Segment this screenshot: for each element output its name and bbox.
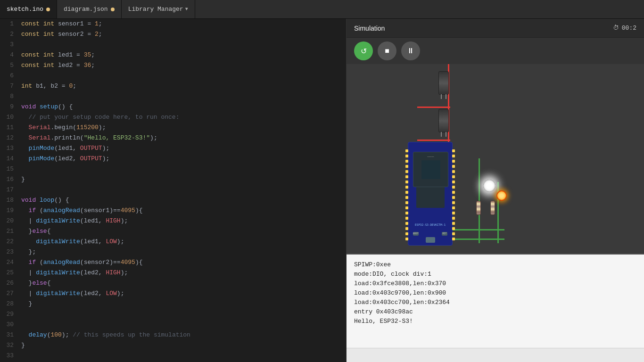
line-number: 17 xyxy=(0,185,21,195)
pins-right xyxy=(452,149,455,240)
code-line: 16} xyxy=(0,174,346,185)
photoresistor-1 xyxy=(438,71,449,95)
code-line: 14 pinMode(led2, OUTPUT); xyxy=(0,154,346,164)
code-line: 25 | digitalWrite(led2, HIGH); xyxy=(0,268,346,278)
tab-library[interactable]: Library Manager ▼ xyxy=(122,0,195,18)
line-number: 1 xyxy=(0,19,21,29)
code-line: 7int b1, b2 = 0; xyxy=(0,81,346,91)
code-line: 24 if (analogRead(sensor2)==4095){ xyxy=(0,257,346,268)
line-content: if (analogRead(sensor2)==4095){ xyxy=(21,257,143,268)
line-number: 28 xyxy=(0,299,21,309)
line-number: 33 xyxy=(0,351,21,361)
line-number: 3 xyxy=(0,40,21,50)
console-line: SPIWP:0xee xyxy=(354,260,636,270)
resistor-1 xyxy=(476,201,481,215)
console-line: load:0x3fce3808,len:0x370 xyxy=(354,279,636,288)
led-orange xyxy=(496,190,507,201)
code-line: 33 xyxy=(0,351,346,361)
line-content: } xyxy=(21,174,25,185)
line-content xyxy=(21,71,25,81)
line-content: } xyxy=(21,299,32,309)
line-content: const int led2 = 36; xyxy=(21,60,95,71)
line-number: 19 xyxy=(0,206,21,216)
line-content: void loop() { xyxy=(21,195,69,206)
line-number: 20 xyxy=(0,216,21,226)
sim-timer: ⏱ 00:2 xyxy=(613,25,636,32)
code-line: 23 }; xyxy=(0,247,346,257)
tab-library-arrow: ▼ xyxy=(185,7,188,12)
wire-green-h1 xyxy=(448,229,504,230)
code-area[interactable]: 1const int sensor1 = 1;2const int sensor… xyxy=(0,19,346,362)
main-area: 1const int sensor1 = 1;2const int sensor… xyxy=(0,19,644,362)
tab-bar: sketch.ino diagram.json Library Manager … xyxy=(0,0,644,19)
code-line: 1const int sensor1 = 1; xyxy=(0,19,346,29)
code-line: 21 }else{ xyxy=(0,226,346,237)
restart-button[interactable]: ↺ xyxy=(354,41,373,60)
circuit-viewport[interactable]: ╌╌╌ ESP32-S3-DEVKITM-1 BOOT RST xyxy=(347,64,644,254)
console-line: load:0x403cc700,len:0x2364 xyxy=(354,298,636,307)
code-line: 17 xyxy=(0,185,346,195)
line-number: 22 xyxy=(0,237,21,247)
line-content: } xyxy=(21,340,25,351)
line-content: }else{ xyxy=(21,226,50,237)
line-content: void setup() { xyxy=(21,102,73,112)
line-content: // put your setup code here, to run once… xyxy=(21,112,179,123)
esp32-board: ╌╌╌ ESP32-S3-DEVKITM-1 BOOT RST xyxy=(408,142,453,246)
code-line: 19 if (analogRead(sensor1)==4095){ xyxy=(0,206,346,216)
code-line: 30 xyxy=(0,320,346,330)
line-content: delay(100); // this speeds up the simula… xyxy=(21,330,190,340)
wire-red-h2 xyxy=(417,140,450,141)
line-content xyxy=(21,185,25,195)
line-content: pinMode(led2, OUTPUT); xyxy=(21,154,109,164)
code-line: 15 xyxy=(0,164,346,174)
line-number: 13 xyxy=(0,143,21,154)
sim-timer-value: 00:2 xyxy=(622,25,636,32)
line-number: 7 xyxy=(0,81,21,91)
line-content: | digitalWrite(led2, LOW); xyxy=(21,288,124,299)
code-line: 18void loop() { xyxy=(0,195,346,206)
line-number: 15 xyxy=(0,164,21,174)
code-line: 3 xyxy=(0,40,346,50)
tab-diagram-modified-dot xyxy=(111,8,115,11)
tab-sketch[interactable]: sketch.ino xyxy=(0,0,57,18)
sim-header: Simulation ⏱ 00:2 xyxy=(347,19,644,38)
line-number: 24 xyxy=(0,257,21,268)
line-number: 12 xyxy=(0,133,21,143)
line-number: 10 xyxy=(0,112,21,123)
line-content: Serial.begin(115200); xyxy=(21,123,106,133)
stop-button[interactable]: ■ xyxy=(378,41,396,60)
line-number: 29 xyxy=(0,309,21,320)
line-content xyxy=(21,40,25,50)
pins-left xyxy=(405,149,408,240)
line-number: 11 xyxy=(0,123,21,133)
line-content: | digitalWrite(led1, HIGH); xyxy=(21,216,128,226)
line-content xyxy=(21,320,25,330)
line-content xyxy=(21,164,25,174)
line-number: 5 xyxy=(0,60,21,71)
line-number: 32 xyxy=(0,340,21,351)
photoresistor-2 xyxy=(438,109,449,132)
line-content: Serial.println("Hello, ESP32-S3!"); xyxy=(21,133,157,143)
line-number: 18 xyxy=(0,195,21,206)
line-content: pinMode(led1, OUTPUT); xyxy=(21,143,109,154)
console-line: entry 0x403c98ac xyxy=(354,307,636,317)
code-line: 5const int led2 = 36; xyxy=(0,60,346,71)
line-content: | digitalWrite(led2, HIGH); xyxy=(21,268,128,278)
tab-library-label: Library Manager xyxy=(128,6,183,13)
code-line: 10 // put your setup code here, to run o… xyxy=(0,112,346,123)
code-line: 32} xyxy=(0,340,346,351)
code-line: 26 }else{ xyxy=(0,278,346,288)
resistor-2 xyxy=(490,201,495,215)
line-number: 6 xyxy=(0,71,21,81)
code-line: 9void setup() { xyxy=(0,102,346,112)
tab-diagram[interactable]: diagram.json xyxy=(57,0,122,18)
code-line: 12 Serial.println("Hello, ESP32-S3!"); xyxy=(0,133,346,143)
tab-sketch-modified-dot xyxy=(46,8,50,11)
serial-console[interactable]: SPIWP:0xeemode:DIO, clock div:1load:0x3f… xyxy=(347,254,644,348)
line-content: if (analogRead(sensor1)==4095){ xyxy=(21,206,143,216)
pause-button[interactable]: ⏸ xyxy=(401,41,420,60)
console-line: mode:DIO, clock div:1 xyxy=(354,270,636,279)
line-content: int b1, b2 = 0; xyxy=(21,81,76,91)
code-line: 28 } xyxy=(0,299,346,309)
code-line: 29 xyxy=(0,309,346,320)
